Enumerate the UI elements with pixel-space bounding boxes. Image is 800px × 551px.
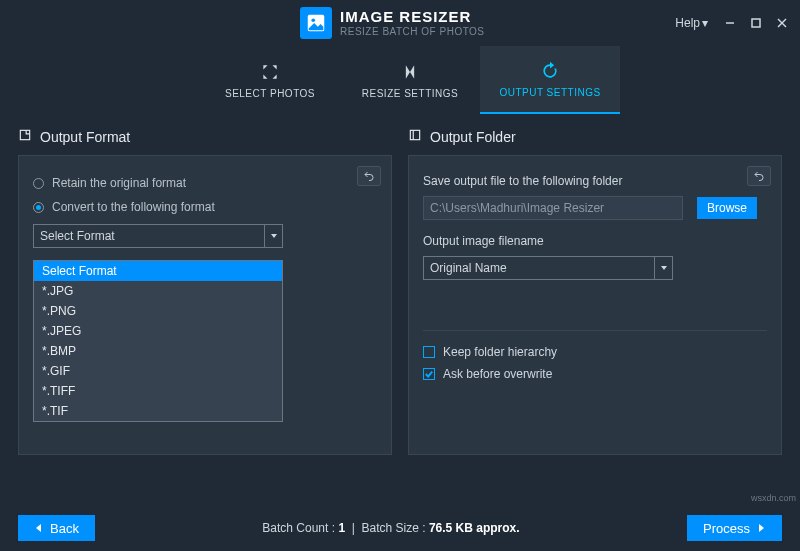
format-dropdown: Select Format *.JPG *.PNG *.JPEG *.BMP *… [33, 260, 283, 422]
checkbox-label: Keep folder hierarchy [443, 345, 557, 359]
checkbox-ask-overwrite[interactable]: Ask before overwrite [423, 367, 767, 381]
help-menu[interactable]: Help ▾ [669, 12, 714, 34]
format-option[interactable]: *.PNG [34, 301, 282, 321]
chevron-down-icon [264, 225, 282, 247]
svg-rect-3 [752, 19, 760, 27]
checkbox-keep-hierarchy[interactable]: Keep folder hierarchy [423, 345, 767, 359]
select-value: Original Name [430, 261, 507, 275]
format-select[interactable]: Select Format [33, 224, 283, 248]
reset-format-button[interactable] [357, 166, 381, 186]
select-value: Select Format [40, 229, 115, 243]
output-icon [18, 128, 32, 145]
output-folder-heading: Output Folder [430, 129, 516, 145]
status-bar: Batch Count : 1 | Batch Size : 76.5 KB a… [95, 521, 687, 535]
folder-icon [408, 128, 422, 145]
save-folder-label: Save output file to the following folder [423, 174, 767, 188]
format-option[interactable]: *.TIF [34, 401, 282, 421]
chevron-down-icon [654, 257, 672, 279]
tab-select-photos[interactable]: SELECT PHOTOS [200, 46, 340, 114]
process-label: Process [703, 521, 750, 536]
maximize-button[interactable] [746, 14, 766, 32]
format-option[interactable]: *.JPG [34, 281, 282, 301]
tab-label: SELECT PHOTOS [225, 88, 315, 99]
radio-label: Convert to the following format [52, 200, 215, 214]
radio-icon [33, 202, 44, 213]
filename-label: Output image filename [423, 234, 767, 248]
svg-rect-6 [20, 130, 29, 139]
browse-button[interactable]: Browse [697, 197, 757, 219]
checkbox-icon [423, 346, 435, 358]
radio-label: Retain the original format [52, 176, 186, 190]
refresh-icon [540, 61, 560, 81]
checkbox-icon [423, 368, 435, 380]
reset-folder-button[interactable] [747, 166, 771, 186]
output-folder-panel: Save output file to the following folder… [408, 155, 782, 455]
minimize-button[interactable] [720, 14, 740, 32]
chevron-right-icon [756, 523, 766, 533]
radio-icon [33, 178, 44, 189]
output-format-heading: Output Format [40, 129, 130, 145]
format-option[interactable]: *.JPEG [34, 321, 282, 341]
app-subtitle: RESIZE BATCH OF PHOTOS [340, 26, 485, 37]
resize-icon [400, 62, 420, 82]
filename-select[interactable]: Original Name [423, 256, 673, 280]
help-label: Help [675, 16, 700, 30]
undo-icon [363, 170, 375, 182]
format-option[interactable]: *.GIF [34, 361, 282, 381]
tab-output-settings[interactable]: OUTPUT SETTINGS [480, 46, 620, 114]
format-option[interactable]: *.TIFF [34, 381, 282, 401]
svg-rect-7 [410, 130, 419, 139]
radio-retain-original[interactable]: Retain the original format [33, 176, 377, 190]
app-logo [300, 7, 332, 39]
close-button[interactable] [772, 14, 792, 32]
checkbox-label: Ask before overwrite [443, 367, 552, 381]
svg-point-1 [311, 18, 315, 22]
expand-icon [260, 62, 280, 82]
tab-resize-settings[interactable]: RESIZE SETTINGS [340, 46, 480, 114]
back-button[interactable]: Back [18, 515, 95, 541]
process-button[interactable]: Process [687, 515, 782, 541]
radio-convert-format[interactable]: Convert to the following format [33, 200, 377, 214]
tab-label: OUTPUT SETTINGS [499, 87, 600, 98]
back-label: Back [50, 521, 79, 536]
format-option[interactable]: *.BMP [34, 341, 282, 361]
chevron-down-icon: ▾ [702, 16, 708, 30]
output-path-input[interactable]: C:\Users\Madhuri\Image Resizer [423, 196, 683, 220]
chevron-left-icon [34, 523, 44, 533]
format-option[interactable]: Select Format [34, 261, 282, 281]
output-format-panel: Retain the original format Convert to th… [18, 155, 392, 455]
undo-icon [753, 170, 765, 182]
watermark: wsxdn.com [751, 493, 796, 503]
tab-label: RESIZE SETTINGS [362, 88, 458, 99]
app-title: IMAGE RESIZER [340, 9, 485, 26]
